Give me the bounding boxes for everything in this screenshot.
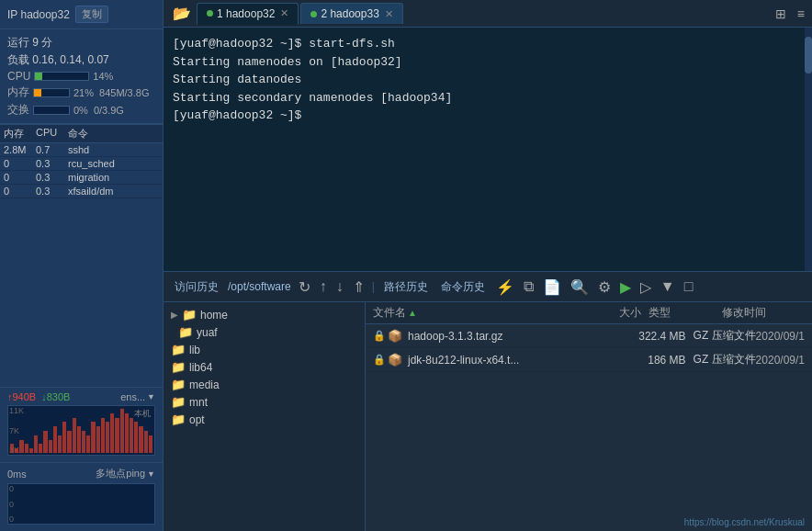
lock-icon-1: 🔒	[373, 330, 386, 342]
upload2-icon[interactable]: ⇑	[351, 278, 367, 296]
cpu-bar	[34, 72, 89, 81]
tab-hadoop33[interactable]: 2 hadoop33 ✕	[300, 3, 402, 24]
system-info: 运行 9 分 负载 0.16, 0.14, 0.07 CPU 14% 内存 21…	[0, 29, 163, 124]
search-icon[interactable]: 🔍	[569, 278, 591, 296]
chart-bar	[106, 422, 109, 453]
play-icon[interactable]: ▶	[618, 278, 633, 296]
file-row-hadoop[interactable]: 🔒 📦 hadoop-3.1.3.tar.gz 322.4 MB GZ 压缩文件…	[366, 324, 812, 348]
file-date-1: 2020/09/1	[756, 330, 805, 343]
chart-bar	[25, 444, 28, 453]
ip-label: IP hadoop32	[7, 8, 70, 21]
arrow-down-icon[interactable]: ▼	[659, 278, 677, 295]
lightning-icon[interactable]: ⚡	[494, 278, 516, 296]
file-size-2: 186 MB	[648, 354, 693, 367]
file-row-jdk[interactable]: 🔒 📦 jdk-8u212-linux-x64.t... 186 MB GZ 压…	[366, 348, 812, 372]
list-icon[interactable]: ≡	[794, 5, 808, 23]
grid-icon[interactable]: ⊞	[772, 5, 790, 23]
uptime-row: 运行 9 分	[7, 35, 155, 51]
tree-item-home[interactable]: ▶ 📁 home	[164, 306, 365, 323]
tree-item-mnt[interactable]: 📁 mnt	[164, 393, 365, 411]
visit-history-link[interactable]: 访问历史	[171, 277, 222, 297]
tab-close-2[interactable]: ✕	[385, 8, 393, 20]
proc-cpu: 0.3	[36, 186, 68, 197]
y-label-mid: 7K	[9, 426, 24, 435]
proc-header-cpu: CPU	[36, 127, 68, 141]
terminal-area[interactable]: [yuaf@hadoop32 ~]$ start-dfs.sh Starting…	[164, 28, 812, 271]
file-type-2: GZ 压缩文件	[694, 352, 756, 367]
refresh-icon[interactable]: ↻	[297, 278, 312, 296]
chart-bar	[125, 413, 129, 453]
tab-close-1[interactable]: ✕	[280, 7, 288, 19]
chart-loc-label: 本机	[134, 408, 151, 420]
square-icon[interactable]: □	[682, 278, 695, 295]
chart-bar	[101, 418, 105, 453]
chart-bar	[82, 431, 85, 453]
settings-icon[interactable]: ⚙	[596, 278, 613, 296]
file-list: 文件名 ▲ 大小 类型 修改时间 🔒 📦 hadoop-3.1.3.tar.gz…	[366, 302, 812, 531]
play2-icon[interactable]: ▷	[638, 278, 653, 296]
ping-header: 0ms 多地点ping ▼	[7, 467, 155, 480]
load-row: 负载 0.16, 0.14, 0.07	[7, 52, 155, 68]
proc-mem: 0	[4, 186, 36, 197]
ping-chart: 0 0 0	[7, 483, 155, 525]
chart-bar	[53, 426, 57, 453]
proc-row[interactable]: 0 0.3 xfsaild/dm	[0, 185, 163, 198]
chart-bar	[110, 413, 114, 453]
col-filename-label: 文件名	[373, 305, 406, 321]
swap-row: 交换 0% 0/3.9G	[7, 102, 155, 118]
net-iface[interactable]: ens... ▼	[120, 391, 155, 402]
chart-bar	[91, 422, 95, 453]
tree-item-media[interactable]: 📁 media	[164, 376, 365, 393]
tree-item-lib[interactable]: 📁 lib	[164, 341, 365, 358]
net-arrows: ↑940B ↓830B	[7, 391, 70, 402]
file-name-2: jdk-8u212-linux-x64.t...	[408, 354, 648, 367]
net-upload: ↑940B	[7, 391, 36, 402]
terminal-scrollbar-thumb[interactable]	[805, 37, 812, 73]
copy-button[interactable]: 复制	[75, 6, 108, 23]
path-history-link[interactable]: 路径历史	[380, 277, 432, 297]
col-filename[interactable]: 文件名 ▲	[373, 305, 575, 321]
cmd-history-link[interactable]: 命令历史	[437, 277, 489, 297]
col-type[interactable]: 类型	[648, 305, 722, 321]
chart-bar	[96, 426, 100, 453]
chart-bar	[144, 431, 148, 453]
network-section: ↑940B ↓830B ens... ▼ 11K 7K 3K 本机	[0, 387, 163, 462]
proc-cpu: 0.7	[36, 144, 68, 155]
tree-label-lib64: lib64	[189, 361, 212, 374]
proc-cmd: xfsaild/dm	[68, 186, 159, 197]
tree-item-lib64[interactable]: 📁 lib64	[164, 358, 365, 376]
tab-hadoop32[interactable]: 1 hadoop32 ✕	[197, 3, 299, 25]
col-size[interactable]: 大小	[575, 305, 648, 321]
tree-item-yuaf[interactable]: 📁 yuaf	[164, 323, 365, 341]
proc-cpu: 0.3	[36, 158, 68, 169]
proc-cmd: migration	[68, 172, 159, 183]
file-manager: ▶ 📁 home 📁 yuaf 📁 lib 📁 lib64 📁 media	[164, 302, 812, 531]
copy-icon[interactable]: ⧉	[522, 278, 536, 295]
ping-location[interactable]: 多地点ping ▼	[96, 467, 155, 480]
proc-row[interactable]: 0 0.3 rcu_sched	[0, 157, 163, 171]
folder-tab-icon[interactable]: 📂	[167, 1, 197, 26]
terminal-scrollbar[interactable]	[805, 28, 812, 271]
file-icon[interactable]: 📄	[541, 278, 563, 296]
tree-item-opt[interactable]: 📁 opt	[164, 411, 365, 428]
tab-label-1: 1 hadoop32	[217, 7, 275, 20]
folder-icon-lib64: 📁	[171, 360, 186, 374]
toolbar-path: /opt/software	[228, 280, 291, 293]
folder-icon-home: 📁	[182, 308, 197, 322]
cpu-row: CPU 14%	[7, 70, 155, 83]
proc-row[interactable]: 0 0.3 migration	[0, 171, 163, 185]
tree-label-opt: opt	[189, 413, 205, 426]
expand-icon-home: ▶	[171, 310, 178, 320]
tree-label-mnt: mnt	[189, 396, 208, 409]
tab-dot-2	[310, 11, 317, 17]
chart-bar	[134, 422, 138, 453]
tab-bar: 📂 1 hadoop32 ✕ 2 hadoop33 ✕ ⊞ ≡	[164, 0, 812, 28]
upload-icon[interactable]: ↑	[318, 278, 329, 295]
chart-bar	[67, 431, 71, 453]
chart-bar	[58, 435, 62, 453]
col-date[interactable]: 修改时间	[722, 305, 805, 321]
uptime-label: 运行 9 分	[7, 35, 52, 51]
lock-icon-2: 🔒	[373, 354, 386, 366]
download-icon[interactable]: ↓	[334, 278, 345, 295]
proc-row[interactable]: 2.8M 0.7 sshd	[0, 143, 163, 157]
